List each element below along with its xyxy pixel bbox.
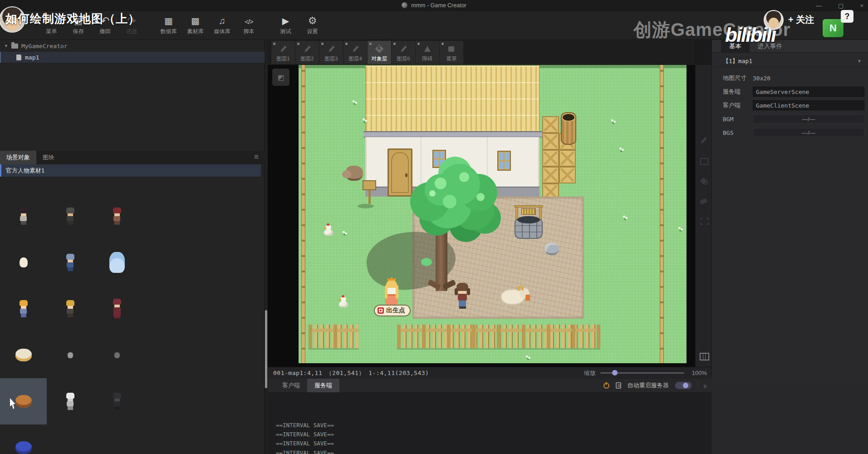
toolbar-button[interactable]: 测试 [272, 13, 299, 38]
layer-icon [424, 45, 431, 53]
sprite-cell-white-chick[interactable] [0, 239, 47, 286]
sprite-cell-sailor-boy[interactable] [47, 239, 93, 286]
layer-visibility-dot[interactable] [297, 43, 299, 45]
layer-visibility-dot[interactable] [417, 43, 420, 45]
left-tab[interactable]: 图块 [36, 151, 61, 164]
auto-restart-label: 自动重启服务器 [628, 381, 669, 390]
layer-icon [352, 45, 359, 53]
layer-tab[interactable]: 图层6 [392, 41, 415, 64]
list-menu-icon[interactable]: ≡ [254, 153, 259, 162]
console-panel: 客户端 服务端 自动重启服务器 » ==INTERVAL SAVE====INT… [268, 379, 711, 454]
sprite-cell-sheep[interactable] [0, 332, 47, 378]
bgm-button[interactable]: —/— [753, 114, 864, 123]
chevron-down-icon: ▼ [857, 59, 862, 64]
layer-icon [448, 45, 455, 53]
fill-bucket-tool-icon[interactable] [700, 177, 708, 185]
layer-tab[interactable]: 障碍 [416, 41, 439, 64]
sprite-cell-dark-skeleton[interactable] [93, 378, 140, 424]
water-well [515, 205, 543, 239]
layer-visibility-dot[interactable] [345, 43, 348, 45]
toolbar-button[interactable]: 素材库 [182, 13, 209, 38]
sprite [68, 352, 73, 358]
minimap-icon[interactable] [700, 352, 708, 360]
sprite-cell-boy-red-cap[interactable] [93, 193, 140, 239]
sprite-cell-boy-dark-hair[interactable] [0, 193, 47, 239]
canvas-cube-button[interactable]: ◩ [272, 69, 289, 86]
fence-right [660, 65, 664, 363]
console-tab[interactable]: 服务端 [307, 379, 339, 392]
left-tab[interactable]: 场景对象 [0, 151, 36, 164]
console-tab[interactable]: 客户端 [275, 379, 307, 392]
barrel [561, 112, 576, 145]
tree-item-map1[interactable]: map1 [0, 52, 265, 63]
sprite-cell-blonde-swordsman[interactable] [47, 286, 93, 332]
map-select-dropdown[interactable]: 【1】map1 ▼ [712, 55, 868, 67]
log-file-icon[interactable] [616, 382, 621, 389]
asset-group-row[interactable]: 官方人物素材1 [0, 164, 261, 177]
divider [698, 381, 698, 390]
crate [559, 150, 576, 167]
sprite-cell-ice-deer[interactable] [93, 239, 140, 286]
left-panel-scrollbar[interactable] [265, 40, 268, 454]
follow-button[interactable]: + 关注 [788, 14, 814, 26]
sprite [66, 393, 74, 410]
layer-tab[interactable]: 对象层 [368, 41, 391, 64]
layer-visibility-dot[interactable] [273, 43, 275, 45]
bgs-label: BGS [723, 129, 749, 136]
server-scene-field[interactable]: GameServerScene [753, 87, 864, 97]
toolbar-icon [245, 15, 253, 26]
grass-flower [623, 215, 628, 220]
sprite-cell-blonde-girl[interactable] [0, 286, 47, 332]
layer-visibility-dot[interactable] [393, 43, 396, 45]
client-scene-field[interactable]: GameClientScene [753, 100, 864, 110]
scrollbar-thumb[interactable] [265, 310, 267, 388]
toolbar-button[interactable]: 数据库 [155, 13, 182, 38]
layer-tab[interactable]: 图层4 [343, 41, 367, 64]
sprite [15, 441, 32, 454]
rectangle-tool-icon[interactable] [700, 157, 708, 165]
zoom-slider-knob[interactable] [612, 370, 618, 375]
toolbar-button[interactable]: 脚本 [235, 13, 262, 38]
restore-button[interactable]: ▢ [838, 2, 843, 9]
map-viewport[interactable]: 出生点 [299, 65, 687, 363]
toolbar-button[interactable]: 媒体库 [209, 13, 235, 38]
zoom-value: 100% [689, 370, 707, 376]
layer-visibility-dot[interactable] [441, 43, 444, 45]
bgs-button[interactable]: —/— [753, 128, 864, 137]
sprite-cell-hooded-figure[interactable] [47, 193, 93, 239]
project-tree-root[interactable]: ▼ MyGameCreator [0, 41, 265, 51]
restart-server-icon[interactable] [603, 383, 609, 389]
window-icon [402, 2, 407, 8]
log-line: ==INTERVAL SAVE== [276, 421, 334, 430]
sprite [15, 395, 32, 408]
tree-expand-icon[interactable]: ▼ [4, 44, 8, 48]
zoom-slider[interactable] [600, 372, 684, 374]
map-tool-strip [695, 65, 711, 367]
map-canvas[interactable]: ◩ [268, 65, 695, 367]
stream-title: 如何绘制游戏地图（上） [5, 11, 140, 27]
toolbar-icon [191, 15, 200, 26]
collapse-console-icon[interactable]: » [702, 384, 710, 386]
sprite-cell-dark-mouse[interactable] [93, 332, 140, 378]
sprite-cell-blue-dragon[interactable] [0, 424, 47, 454]
layer-tab[interactable]: 图层2 [295, 41, 319, 64]
layer-tab[interactable]: 图层1 [271, 41, 295, 64]
channel-avatar [764, 10, 784, 30]
auto-restart-toggle[interactable] [675, 382, 691, 389]
sprite-cell-red-wizard[interactable] [93, 286, 140, 332]
select-tool-icon[interactable] [700, 217, 708, 225]
toolbar-button[interactable]: 设置 [299, 13, 326, 38]
eraser-tool-icon[interactable] [700, 197, 708, 206]
file-icon [16, 54, 21, 60]
map-size-value: 30x20 [753, 75, 770, 82]
sprite-cell-white-skeleton[interactable] [47, 378, 93, 424]
layer-tab[interactable]: 遮罩 [440, 41, 463, 64]
layer-visibility-dot[interactable] [321, 43, 324, 45]
pencil-tool-icon[interactable] [700, 136, 708, 144]
layer-visibility-dot[interactable] [369, 43, 372, 45]
close-button[interactable]: × [860, 2, 863, 9]
sprite-cell-gray-mouse[interactable] [47, 332, 93, 378]
sprite-cell-fox[interactable] [0, 378, 47, 424]
layer-tab[interactable]: 图层3 [319, 41, 343, 64]
minimize-button[interactable]: — [816, 2, 822, 9]
